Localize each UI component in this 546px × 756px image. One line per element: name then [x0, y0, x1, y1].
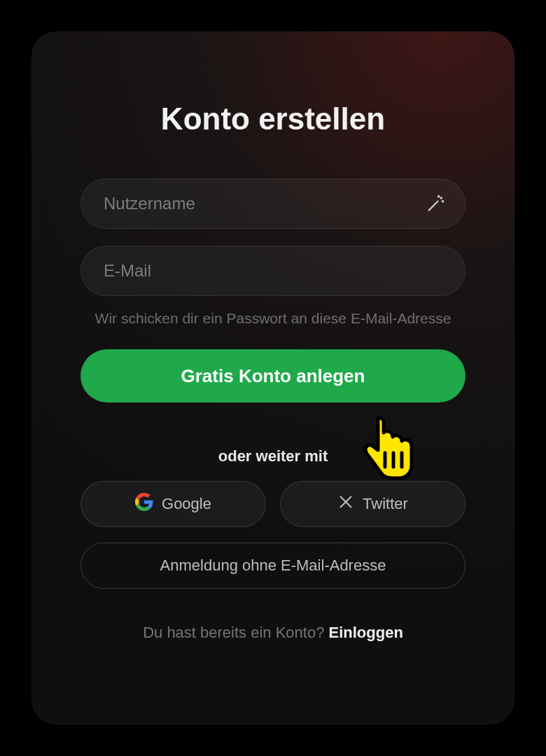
username-input[interactable] — [80, 178, 465, 229]
social-divider-label: oder weiter mit — [218, 447, 328, 465]
email-input[interactable] — [80, 246, 465, 296]
signup-card: Konto erstellen Wir schicken dir ein Pas… — [31, 31, 514, 724]
login-line: Du hast bereits ein Konto? Einloggen — [143, 624, 403, 642]
login-prefix: Du hast bereits ein Konto? — [143, 624, 328, 641]
x-icon — [337, 493, 354, 514]
email-hint: Wir schicken dir ein Passwort an diese E… — [95, 309, 451, 328]
create-account-button[interactable]: Gratis Konto anlegen — [80, 349, 465, 402]
google-icon — [135, 493, 153, 515]
svg-line-0 — [429, 202, 438, 211]
svg-point-2 — [442, 201, 443, 202]
twitter-signin-button[interactable]: Twitter — [280, 481, 465, 527]
social-row: Google Twitter — [80, 481, 465, 527]
google-signin-button[interactable]: Google — [80, 481, 266, 527]
google-label: Google — [162, 495, 211, 513]
svg-point-3 — [438, 196, 439, 197]
login-link[interactable]: Einloggen — [329, 624, 403, 641]
signup-without-email-button[interactable]: Anmeldung ohne E-Mail-Adresse — [80, 542, 465, 589]
magic-wand-icon[interactable] — [425, 193, 446, 214]
email-field-wrap — [80, 246, 465, 296]
username-field-wrap — [80, 178, 465, 229]
twitter-label: Twitter — [363, 495, 408, 513]
svg-point-1 — [440, 197, 441, 198]
page-title: Konto erstellen — [161, 102, 385, 136]
